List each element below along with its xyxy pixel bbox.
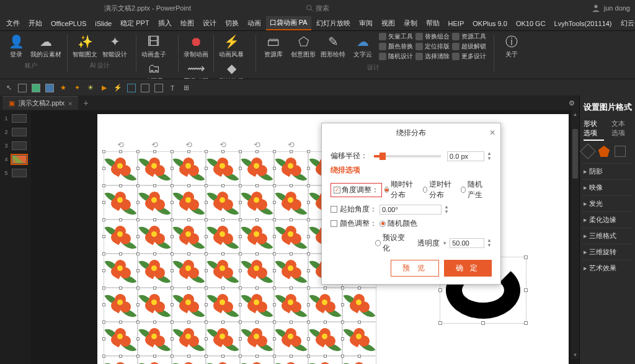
qt-text-icon[interactable]: T <box>167 83 177 93</box>
close-tab-icon[interactable]: × <box>68 100 72 107</box>
preview-button[interactable]: 预 览 <box>391 260 438 277</box>
random-color-radio[interactable]: 随机颜色 <box>380 218 417 229</box>
start-angle-checkbox[interactable] <box>331 206 337 213</box>
flower-cell[interactable] <box>172 254 206 288</box>
qt-box-blue[interactable] <box>45 83 55 93</box>
resource-lib-button[interactable]: 🗃资源库 <box>260 32 287 61</box>
qt-box-green[interactable] <box>31 83 41 93</box>
spinner-arrows-2[interactable]: ▲▼ <box>444 205 449 215</box>
flower-cell[interactable] <box>274 356 308 364</box>
qt-rect2-icon[interactable] <box>154 83 164 93</box>
menu-20[interactable]: 幻云神器导航2.0 <box>617 17 635 30</box>
login-button[interactable]: 👤登录 <box>2 32 30 59</box>
flower-cell[interactable] <box>308 356 342 364</box>
flower-cell[interactable] <box>274 220 308 254</box>
flower-cell[interactable] <box>104 185 138 220</box>
shape-path-button[interactable]: ◆形转路径 <box>218 59 245 79</box>
menu-1[interactable]: 开始 <box>25 17 46 30</box>
search-box[interactable]: 搜索 <box>306 4 329 13</box>
flower-cell[interactable] <box>138 356 172 364</box>
flower-cell[interactable] <box>240 220 274 254</box>
counterclockwise-radio[interactable]: 逆时针分布 <box>423 179 454 200</box>
resource-tools[interactable]: 资源工具 <box>452 32 486 41</box>
menu-11[interactable]: 幻灯片放映 <box>313 17 354 30</box>
qt-cursor-icon[interactable]: ↖ <box>4 83 14 93</box>
replace-combo[interactable]: 替换组合 <box>415 32 450 41</box>
flower-cell[interactable] <box>342 356 376 364</box>
flower-cell[interactable] <box>104 288 138 322</box>
flower-cell[interactable] <box>206 322 240 356</box>
random-design[interactable]: 随机设计 <box>379 52 413 61</box>
scroll-thumb[interactable] <box>572 129 578 179</box>
menu-6[interactable]: 绘图 <box>177 17 198 30</box>
flower-cell[interactable] <box>240 151 274 185</box>
qt-shape-icon[interactable] <box>127 83 136 93</box>
panel-item-映像[interactable]: 映像 <box>582 179 633 195</box>
panel-item-柔化边缘[interactable]: 柔化边缘 <box>582 211 633 228</box>
menu-7[interactable]: 设计 <box>199 17 220 30</box>
flower-cell[interactable] <box>172 288 206 322</box>
panel-item-阴影[interactable]: 阴影 <box>582 163 633 179</box>
qt-star-icon[interactable]: ★ <box>58 83 68 93</box>
spinner-arrows[interactable]: ▲▼ <box>487 151 492 161</box>
panel-item-发光[interactable]: 发光 <box>582 195 633 211</box>
flower-cell[interactable] <box>104 254 138 288</box>
spinner-arrows-3[interactable]: ▲▼ <box>487 238 492 248</box>
menu-10[interactable]: 口袋动画 PA <box>266 16 311 30</box>
opacity-spinner-down[interactable]: ▼ <box>442 241 447 246</box>
flower-cell[interactable] <box>206 151 240 185</box>
slide-thumb-5[interactable]: 5 <box>5 169 27 177</box>
flower-cell[interactable] <box>138 288 172 322</box>
menu-9[interactable]: 动画 <box>244 17 265 30</box>
flower-cell[interactable] <box>172 220 206 254</box>
flower-cell[interactable] <box>240 288 274 322</box>
vector-tools[interactable]: 矢量工具 <box>379 32 413 41</box>
qt-comet-icon[interactable]: ✦ <box>72 83 82 93</box>
flower-cell[interactable] <box>138 151 172 185</box>
flower-cell[interactable] <box>240 322 274 356</box>
flower-cell[interactable] <box>274 322 308 356</box>
position-layout[interactable]: 定位排版 <box>415 42 450 51</box>
menu-8[interactable]: 切换 <box>221 17 242 30</box>
opacity-value[interactable]: 50.00 <box>450 238 484 248</box>
offset-radius-value[interactable]: 0.0 px <box>447 151 484 161</box>
flower-cell[interactable] <box>172 356 206 364</box>
scroll-down-arrow[interactable]: ▼ <box>571 351 579 359</box>
flower-cell[interactable] <box>274 288 308 322</box>
menu-13[interactable]: 视图 <box>378 17 399 30</box>
rotation-handle-icon[interactable]: ⟲ <box>104 140 138 149</box>
menu-14[interactable]: 录制 <box>400 17 421 30</box>
clockwise-radio[interactable]: 顺时针分布 <box>384 179 415 200</box>
new-tab-button[interactable]: + <box>78 98 93 108</box>
menu-15[interactable]: 帮助 <box>422 17 443 30</box>
preset-change-radio[interactable]: 预设变化 <box>375 233 410 254</box>
menu-4[interactable]: 稳定 PPT <box>117 17 153 30</box>
rotation-handle-icon[interactable]: ⟲ <box>240 140 274 149</box>
ok-button[interactable]: 确 定 <box>444 260 492 277</box>
flower-cell[interactable] <box>274 185 308 220</box>
flower-cell[interactable] <box>308 288 342 322</box>
rotation-handle-icon[interactable]: ⟲ <box>206 140 240 149</box>
size-icon[interactable] <box>615 146 626 157</box>
record-anim-button[interactable]: ⏺录制动画 <box>182 32 210 59</box>
flower-cell[interactable] <box>104 356 138 364</box>
panel-item-艺术效果[interactable]: 艺术效果 <box>582 260 633 276</box>
panel-item-三维旋转[interactable]: 三维旋转 <box>582 244 633 260</box>
panel-item-三维格式[interactable]: 三维格式 <box>582 228 633 244</box>
rotation-handle-icon[interactable]: ⟲ <box>172 140 206 149</box>
scroll-up-arrow[interactable]: ▲ <box>571 110 579 118</box>
more-design[interactable]: 更多设计 <box>452 52 486 61</box>
creative-shape-button[interactable]: ⬠创意图形 <box>290 32 317 61</box>
flower-cell[interactable] <box>342 288 376 322</box>
fill-icon[interactable] <box>580 143 595 159</box>
qt-grid-icon[interactable]: ⊞ <box>181 83 191 93</box>
shape-draw-button[interactable]: ✎图形绘特 <box>319 32 347 61</box>
offset-radius-slider[interactable] <box>374 155 441 158</box>
effects-icon[interactable] <box>598 146 610 157</box>
anim-storm-button[interactable]: ⚡动画风暴 <box>218 32 245 59</box>
flower-cell[interactable] <box>274 151 308 185</box>
qt-rect-icon[interactable] <box>140 83 150 93</box>
slide-thumb-1[interactable]: 1 <box>5 114 27 123</box>
menu-19[interactable]: LvyhTools(201114) <box>551 18 616 29</box>
about-button[interactable]: ⓘ关于 <box>498 32 525 59</box>
